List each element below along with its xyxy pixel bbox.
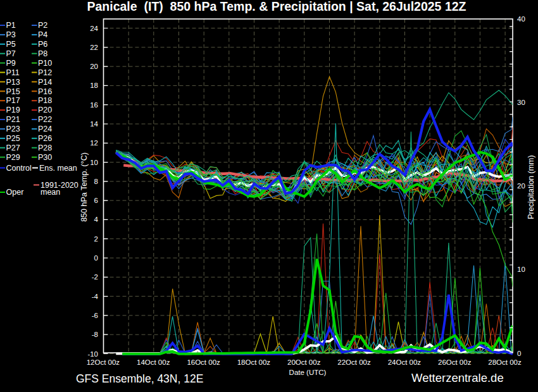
- svg-text:P12: P12: [38, 68, 52, 77]
- svg-text:22: 22: [90, 44, 98, 51]
- svg-text:-4: -4: [92, 293, 99, 300]
- svg-text:-10: -10: [87, 350, 98, 358]
- svg-text:P29: P29: [6, 153, 20, 162]
- svg-text:P25: P25: [6, 134, 20, 143]
- svg-text:P8: P8: [38, 49, 47, 58]
- svg-text:P15: P15: [6, 87, 20, 96]
- svg-text:Panicale (IT) 850 hPa Temp.: Panicale (IT) 850 hPa Temp. & Precipitat…: [87, 0, 466, 13]
- svg-text:12Oct 00z: 12Oct 00z: [87, 358, 120, 366]
- svg-text:GFS Ensemble, 43N, 12E: GFS Ensemble, 43N, 12E: [76, 372, 203, 385]
- svg-text:P20: P20: [38, 106, 52, 114]
- svg-text:P16: P16: [38, 87, 52, 96]
- svg-text:P1: P1: [6, 21, 16, 30]
- svg-text:P27: P27: [6, 144, 20, 152]
- svg-text:P9: P9: [6, 59, 16, 68]
- svg-text:Oper: Oper: [6, 188, 24, 197]
- svg-text:14Oct 00z: 14Oct 00z: [137, 358, 170, 366]
- svg-text:P14: P14: [38, 78, 52, 87]
- svg-text:20: 20: [517, 182, 525, 190]
- svg-text:12: 12: [90, 139, 98, 147]
- svg-text:P28: P28: [38, 144, 52, 152]
- svg-text:P30: P30: [38, 153, 52, 162]
- svg-text:-2: -2: [92, 273, 98, 281]
- svg-text:P24: P24: [38, 125, 52, 133]
- svg-text:P17: P17: [6, 96, 20, 105]
- svg-text:26Oct 00z: 26Oct 00z: [438, 358, 472, 366]
- svg-text:P23: P23: [6, 125, 20, 133]
- svg-text:40: 40: [517, 15, 525, 23]
- svg-text:20: 20: [90, 63, 98, 70]
- svg-text:20Oct 00z: 20Oct 00z: [287, 358, 321, 366]
- svg-text:P4: P4: [38, 30, 47, 39]
- svg-text:24: 24: [90, 25, 98, 32]
- svg-text:2: 2: [94, 235, 98, 243]
- svg-text:Precipitation (mm): Precipitation (mm): [527, 155, 535, 219]
- svg-text:Date (UTC): Date (UTC): [289, 369, 327, 376]
- svg-text:10: 10: [90, 159, 98, 166]
- svg-text:P7: P7: [6, 49, 16, 58]
- svg-text:28Oct 00z: 28Oct 00z: [488, 358, 522, 366]
- svg-text:P21: P21: [6, 115, 20, 124]
- svg-text:mean: mean: [41, 188, 60, 197]
- svg-text:22Oct 00z: 22Oct 00z: [337, 358, 371, 366]
- svg-text:14: 14: [90, 120, 98, 128]
- svg-text:P19: P19: [6, 106, 20, 114]
- svg-text:18: 18: [90, 82, 98, 89]
- svg-text:-6: -6: [92, 312, 98, 319]
- svg-text:P6: P6: [38, 40, 47, 49]
- svg-text:850 hPa Temp. (°C): 850 hPa Temp. (°C): [80, 152, 89, 222]
- svg-text:P13: P13: [6, 78, 20, 87]
- svg-text:Wetterzentrale.de: Wetterzentrale.de: [411, 371, 504, 384]
- svg-text:0: 0: [94, 254, 98, 262]
- svg-text:P10: P10: [38, 59, 52, 68]
- svg-text:8: 8: [94, 178, 98, 185]
- svg-text:10: 10: [517, 266, 525, 273]
- svg-text:P5: P5: [6, 40, 16, 49]
- svg-text:16Oct 00z: 16Oct 00z: [187, 358, 220, 366]
- svg-text:-8: -8: [92, 331, 98, 338]
- svg-text:P22: P22: [38, 115, 52, 124]
- svg-text:16: 16: [90, 101, 98, 109]
- svg-text:P11: P11: [6, 68, 20, 77]
- svg-text:6: 6: [94, 197, 98, 204]
- svg-text:Ens. mean: Ens. mean: [39, 164, 77, 173]
- svg-text:0: 0: [517, 350, 521, 357]
- svg-text:P18: P18: [38, 96, 52, 105]
- svg-text:24Oct 00z: 24Oct 00z: [388, 358, 422, 366]
- svg-text:P26: P26: [38, 134, 52, 143]
- svg-text:P2: P2: [38, 21, 47, 30]
- svg-text:Control: Control: [6, 164, 32, 173]
- svg-text:30: 30: [517, 99, 525, 106]
- svg-text:4: 4: [94, 216, 99, 223]
- svg-text:P3: P3: [6, 30, 16, 39]
- svg-text:18Oct 00z: 18Oct 00z: [237, 358, 271, 366]
